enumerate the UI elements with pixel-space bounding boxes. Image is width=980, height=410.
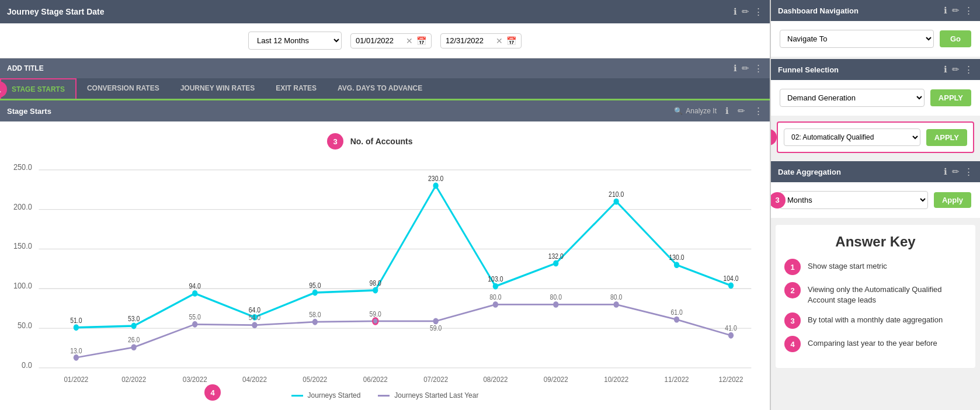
answer-text-2: Viewing only the Automatically Qualified… bbox=[808, 282, 967, 305]
date-agg-title: Date Aggregation bbox=[778, 168, 841, 176]
stage-select[interactable]: 02: Automatically Qualified bbox=[784, 128, 920, 146]
funnel-edit-icon[interactable]: ✏ bbox=[952, 64, 960, 75]
section-title-bar: ADD TITLE ℹ ✏ ⋮ bbox=[0, 58, 770, 78]
answer-badge-1: 1 bbox=[784, 259, 801, 275]
svg-text:132.0: 132.0 bbox=[548, 252, 564, 260]
widget-title: Journey Stage Start Date bbox=[7, 7, 105, 16]
answer-item-3: 3 By total with a monthly date aggregati… bbox=[784, 312, 967, 329]
analyze-it-button[interactable]: 🔍 Analyze It bbox=[674, 107, 717, 115]
badge-2: 2 bbox=[770, 129, 777, 145]
funnel-header-icons: ℹ ✏ ⋮ bbox=[944, 64, 973, 75]
svg-text:03/2022: 03/2022 bbox=[183, 375, 207, 384]
svg-text:07/2022: 07/2022 bbox=[423, 375, 448, 384]
header-icons: ℹ ✏ ⋮ bbox=[734, 6, 763, 17]
start-date-input[interactable] bbox=[356, 36, 402, 45]
badge-4: 4 bbox=[204, 384, 221, 401]
end-date-calendar-icon[interactable]: 📅 bbox=[506, 36, 516, 46]
section-more-icon[interactable]: ⋮ bbox=[754, 63, 763, 74]
date-agg-row: 3 Months Weeks Days Quarters Years Apply bbox=[780, 191, 971, 209]
dash-more-icon[interactable]: ⋮ bbox=[964, 5, 973, 16]
info-icon[interactable]: ℹ bbox=[734, 6, 737, 17]
svg-point-30 bbox=[433, 183, 438, 189]
stage-filter-section: 02: Automatically Qualified APPLY bbox=[777, 121, 974, 153]
svg-text:0.0: 0.0 bbox=[22, 360, 32, 370]
stage-apply-button[interactable]: APPLY bbox=[926, 129, 967, 146]
section-info-icon[interactable]: ℹ bbox=[734, 63, 737, 74]
start-date-clear-icon[interactable]: ✕ bbox=[406, 36, 413, 46]
months-select[interactable]: Months Weeks Days Quarters Years bbox=[780, 191, 928, 209]
svg-point-54 bbox=[433, 318, 438, 324]
section-title: ADD TITLE bbox=[7, 64, 44, 72]
tab-section: ADD TITLE ℹ ✏ ⋮ 1 STAGE STARTS CONVERSIO… bbox=[0, 58, 770, 100]
svg-point-29 bbox=[373, 287, 378, 294]
svg-text:54.0: 54.0 bbox=[249, 314, 260, 322]
svg-text:104.0: 104.0 bbox=[723, 275, 738, 282]
svg-point-48 bbox=[74, 355, 79, 361]
svg-point-25 bbox=[131, 323, 136, 329]
section-edit-icon[interactable]: ✏ bbox=[742, 63, 749, 74]
end-date-clear-icon[interactable]: ✕ bbox=[496, 36, 503, 46]
answer-badge-3: 3 bbox=[784, 312, 801, 329]
tab-exit-rates[interactable]: EXIT RATES bbox=[265, 78, 327, 100]
chart-more-icon[interactable]: ⋮ bbox=[754, 106, 763, 116]
stage-starts-header: Stage Starts 🔍 Analyze It ℹ ✏ ⋮ bbox=[0, 100, 770, 121]
dashboard-nav-header: Dashboard Navigation ℹ ✏ ⋮ bbox=[771, 0, 980, 21]
svg-text:58.0: 58.0 bbox=[309, 311, 321, 318]
dashboard-nav-section: Dashboard Navigation ℹ ✏ ⋮ Navigate To G… bbox=[771, 0, 980, 57]
start-date-calendar-icon[interactable]: 📅 bbox=[416, 36, 426, 46]
svg-text:95.0: 95.0 bbox=[309, 282, 321, 289]
stage-filter-wrapper: 2 02: Automatically Qualified APPLY bbox=[771, 121, 980, 153]
svg-text:59.0: 59.0 bbox=[370, 310, 381, 318]
dashboard-nav-title: Dashboard Navigation bbox=[778, 6, 859, 15]
date-agg-icons: ℹ ✏ ⋮ bbox=[944, 166, 973, 177]
svg-point-58 bbox=[674, 317, 679, 323]
svg-text:200.0: 200.0 bbox=[13, 201, 32, 211]
funnel-title: Funnel Selection bbox=[778, 65, 839, 74]
svg-point-56 bbox=[553, 301, 558, 308]
more-icon[interactable]: ⋮ bbox=[754, 6, 763, 17]
chart-svg: 0.0 50.0 100.0 150.0 200.0 250.0 01/2022 bbox=[12, 130, 758, 384]
date-agg-edit-icon[interactable]: ✏ bbox=[952, 166, 960, 177]
svg-point-26 bbox=[192, 290, 197, 297]
navigate-to-select[interactable]: Navigate To bbox=[780, 30, 934, 48]
svg-text:210.0: 210.0 bbox=[609, 190, 624, 198]
go-button[interactable]: Go bbox=[940, 30, 971, 47]
badge-3-chart: 3 No. of Accounts bbox=[327, 133, 412, 150]
edit-icon[interactable]: ✏ bbox=[742, 6, 749, 17]
end-date-input[interactable] bbox=[446, 36, 492, 45]
date-agg-more-icon[interactable]: ⋮ bbox=[964, 166, 973, 177]
start-date-group: ✕ 📅 bbox=[350, 33, 432, 48]
dash-info-icon[interactable]: ℹ bbox=[944, 5, 947, 16]
tab-stage-starts[interactable]: STAGE STARTS bbox=[0, 78, 77, 100]
funnel-row: Demand Generation APPLY bbox=[780, 89, 971, 107]
date-agg-apply-button[interactable]: Apply bbox=[934, 192, 971, 208]
tab-avg-days[interactable]: AVG. DAYS TO ADVANCE bbox=[327, 78, 433, 100]
chart-legend: 4 Journeys Started Journeys Started Last… bbox=[12, 387, 758, 404]
svg-text:09/2022: 09/2022 bbox=[544, 375, 568, 384]
funnel-more-icon[interactable]: ⋮ bbox=[964, 64, 973, 75]
svg-point-52 bbox=[312, 319, 318, 325]
svg-text:53.0: 53.0 bbox=[128, 315, 140, 322]
funnel-apply-button[interactable]: APPLY bbox=[930, 89, 971, 106]
funnel-info-icon[interactable]: ℹ bbox=[944, 64, 947, 75]
no-of-accounts-label: No. of Accounts bbox=[350, 137, 413, 146]
svg-text:80.0: 80.0 bbox=[610, 293, 622, 301]
chart-info-icon[interactable]: ℹ bbox=[725, 106, 729, 116]
svg-text:250.0: 250.0 bbox=[13, 162, 32, 172]
date-agg-section: Date Aggregation ℹ ✏ ⋮ 3 Months Weeks Da… bbox=[771, 161, 980, 218]
end-date-group: ✕ 📅 bbox=[440, 33, 522, 48]
chart-edit-icon[interactable]: ✏ bbox=[738, 106, 745, 116]
tab-journey-win-rates[interactable]: JOURNEY WIN RATES bbox=[170, 78, 266, 100]
date-agg-info-icon[interactable]: ℹ bbox=[944, 166, 947, 177]
svg-text:01/2022: 01/2022 bbox=[64, 375, 88, 384]
svg-point-28 bbox=[312, 290, 318, 296]
tab-conversion-rates[interactable]: CONVERSION RATES bbox=[77, 78, 170, 100]
date-range-select[interactable]: Last 12 Months bbox=[248, 32, 342, 50]
funnel-select[interactable]: Demand Generation bbox=[780, 89, 925, 107]
svg-text:64.0: 64.0 bbox=[249, 306, 260, 314]
svg-point-57 bbox=[614, 301, 619, 308]
svg-text:50.0: 50.0 bbox=[18, 320, 32, 330]
dash-edit-icon[interactable]: ✏ bbox=[952, 5, 960, 16]
svg-text:11/2022: 11/2022 bbox=[665, 375, 689, 384]
funnel-content: Demand Generation APPLY bbox=[771, 80, 980, 116]
